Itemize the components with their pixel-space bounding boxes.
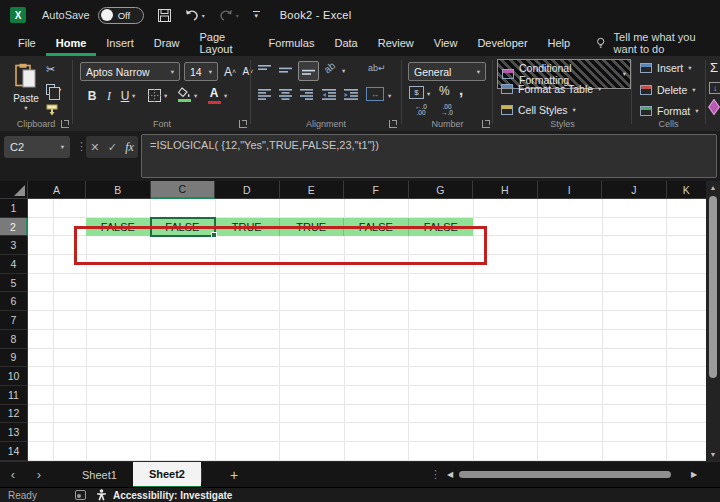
tab-formulas[interactable]: Formulas bbox=[259, 30, 325, 56]
bold-button[interactable]: B bbox=[84, 87, 100, 105]
fill-color-dropdown-icon[interactable]: ▾ bbox=[194, 92, 197, 100]
copy-button[interactable]: ▾ bbox=[46, 83, 61, 96]
row-header-12[interactable]: 12 bbox=[0, 405, 28, 424]
add-sheet-button[interactable]: + bbox=[230, 467, 238, 483]
cell-styles-dropdown-icon[interactable]: ▾ bbox=[573, 106, 576, 114]
font-dialog-launcher[interactable] bbox=[239, 120, 247, 128]
font-size-dropdown-icon[interactable]: ▾ bbox=[209, 68, 212, 76]
redo-button[interactable]: ▾ bbox=[219, 9, 239, 22]
sheet-nav-left-icon[interactable]: ‹ bbox=[0, 467, 26, 482]
column-header-E[interactable]: E bbox=[280, 181, 345, 199]
clipboard-dialog-launcher[interactable] bbox=[61, 120, 69, 128]
row-header-11[interactable]: 11 bbox=[0, 386, 28, 405]
row-header-6[interactable]: 6 bbox=[0, 292, 28, 311]
row-header-9[interactable]: 9 bbox=[0, 349, 28, 368]
hscroll-handle-icon[interactable]: ⋮ bbox=[430, 468, 441, 481]
quick-access-overflow-button[interactable]: ▼ bbox=[253, 11, 260, 20]
accounting-format-button[interactable]: $ bbox=[409, 86, 424, 99]
hscroll-left-icon[interactable]: ◀ bbox=[447, 470, 453, 479]
decrease-indent-button[interactable] bbox=[322, 89, 336, 102]
format-dropdown-icon[interactable]: ▾ bbox=[695, 107, 698, 115]
horizontal-scroll-thumb[interactable] bbox=[459, 471, 671, 478]
tab-data[interactable]: Data bbox=[324, 30, 367, 56]
scroll-up-icon[interactable]: ▲ bbox=[710, 181, 717, 194]
number-format-dropdown-icon[interactable]: ▾ bbox=[477, 68, 480, 76]
column-header-F[interactable]: F bbox=[344, 181, 409, 199]
delete-dropdown-icon[interactable]: ▾ bbox=[692, 86, 695, 94]
align-bottom-button[interactable] bbox=[298, 61, 319, 81]
hscroll-right-icon[interactable]: ▶ bbox=[691, 470, 697, 479]
fill-button[interactable]: ↓ bbox=[709, 82, 720, 94]
column-header-H[interactable]: H bbox=[473, 181, 538, 199]
row-header-5[interactable]: 5 bbox=[0, 274, 28, 293]
column-header-G[interactable]: G bbox=[409, 181, 474, 199]
percent-style-button[interactable]: % bbox=[439, 84, 450, 98]
increase-decimal-button[interactable]: ←.0 .00 bbox=[411, 104, 431, 116]
save-button[interactable] bbox=[158, 9, 171, 22]
column-header-C[interactable]: C bbox=[151, 181, 216, 199]
tab-view[interactable]: View bbox=[424, 30, 468, 56]
underline-button[interactable]: U bbox=[118, 87, 132, 105]
conditional-formatting-dropdown-icon[interactable]: ▾ bbox=[623, 70, 626, 78]
wrap-text-button[interactable]: ab↵ bbox=[368, 63, 386, 73]
paste-dropdown-icon[interactable]: ▾ bbox=[24, 104, 27, 112]
column-header-K[interactable]: K bbox=[667, 181, 707, 199]
number-dialog-launcher[interactable] bbox=[482, 120, 490, 128]
name-box-dropdown-icon[interactable]: ▾ bbox=[61, 143, 64, 151]
format-as-table-dropdown-icon[interactable]: ▾ bbox=[598, 85, 601, 93]
merge-center-button[interactable]: ↔ bbox=[366, 87, 384, 101]
merge-dropdown-icon[interactable]: ▾ bbox=[388, 92, 391, 100]
vertical-scroll-thumb[interactable] bbox=[709, 196, 717, 378]
redo-dropdown-icon[interactable]: ▾ bbox=[236, 12, 239, 19]
insert-dropdown-icon[interactable]: ▾ bbox=[688, 64, 691, 72]
paste-button[interactable]: Paste ▾ bbox=[8, 61, 44, 123]
row-header-2[interactable]: 2 bbox=[0, 218, 28, 237]
tab-file[interactable]: File bbox=[8, 30, 46, 56]
row-header-4[interactable]: 4 bbox=[0, 255, 28, 274]
font-color-dropdown-icon[interactable]: ▾ bbox=[224, 92, 227, 100]
cells-area[interactable]: FALSE FALSE TRUE TRUE FALSE FALSE bbox=[28, 199, 706, 461]
row-header-7[interactable]: 7 bbox=[0, 311, 28, 330]
autosave-toggle[interactable]: Off bbox=[98, 7, 144, 24]
comma-style-button[interactable]: , bbox=[459, 81, 463, 98]
font-name-combo[interactable]: Aptos Narrow ▾ bbox=[80, 62, 180, 81]
align-center-button[interactable] bbox=[279, 89, 292, 102]
row-header-8[interactable]: 8 bbox=[0, 330, 28, 349]
row-header-14[interactable]: 14 bbox=[0, 442, 28, 461]
delete-cells-button[interactable]: Delete ▾ bbox=[636, 82, 700, 98]
orientation-dropdown-icon[interactable]: ▾ bbox=[342, 67, 345, 75]
tab-review[interactable]: Review bbox=[368, 30, 424, 56]
scroll-down-icon[interactable]: ▼ bbox=[710, 448, 717, 461]
align-left-button[interactable] bbox=[258, 89, 271, 102]
column-header-B[interactable]: B bbox=[86, 181, 151, 199]
vertical-scrollbar[interactable]: ▲ ▼ bbox=[706, 181, 720, 461]
alignment-dialog-launcher[interactable] bbox=[389, 120, 397, 128]
excel-logo-icon[interactable]: X bbox=[10, 7, 26, 23]
tab-developer[interactable]: Developer bbox=[467, 30, 537, 56]
sheet-tab-sheet2[interactable]: Sheet2 bbox=[133, 462, 201, 488]
formula-input[interactable]: =ISLOGICAL( {12,"Yes",TRUE,FALSE,23,"t1"… bbox=[141, 134, 717, 178]
tell-me-search[interactable]: Tell me what you want to do bbox=[596, 30, 720, 56]
underline-dropdown-icon[interactable]: ▾ bbox=[132, 92, 135, 100]
cancel-button[interactable]: ✕ bbox=[90, 141, 99, 154]
increase-font-button[interactable]: A˄ bbox=[222, 62, 238, 81]
accessibility-status[interactable]: Accessibility: Investigate bbox=[113, 490, 233, 501]
number-format-combo[interactable]: General ▾ bbox=[408, 62, 486, 81]
decrease-decimal-button[interactable]: .00 →.0 bbox=[437, 104, 457, 116]
sheet-tab-sheet1[interactable]: Sheet1 bbox=[66, 462, 133, 488]
cut-button[interactable]: ✂ bbox=[46, 63, 55, 76]
font-color-button[interactable]: A bbox=[206, 86, 222, 104]
column-header-J[interactable]: J bbox=[602, 181, 667, 199]
tab-home[interactable]: Home bbox=[46, 30, 97, 56]
autosum-button[interactable]: Σ bbox=[710, 60, 718, 75]
accounting-dropdown-icon[interactable]: ▾ bbox=[427, 90, 430, 98]
fill-color-button[interactable] bbox=[176, 87, 192, 102]
select-all-button[interactable] bbox=[0, 181, 28, 199]
format-painter-button[interactable] bbox=[46, 103, 58, 116]
italic-button[interactable]: I bbox=[102, 87, 116, 105]
sheet-nav-right-icon[interactable]: › bbox=[26, 467, 52, 482]
column-header-A[interactable]: A bbox=[28, 181, 86, 199]
format-as-table-button[interactable]: Format as Table ▾ bbox=[497, 81, 605, 97]
align-middle-button[interactable] bbox=[279, 65, 292, 77]
undo-dropdown-icon[interactable]: ▾ bbox=[202, 12, 205, 19]
